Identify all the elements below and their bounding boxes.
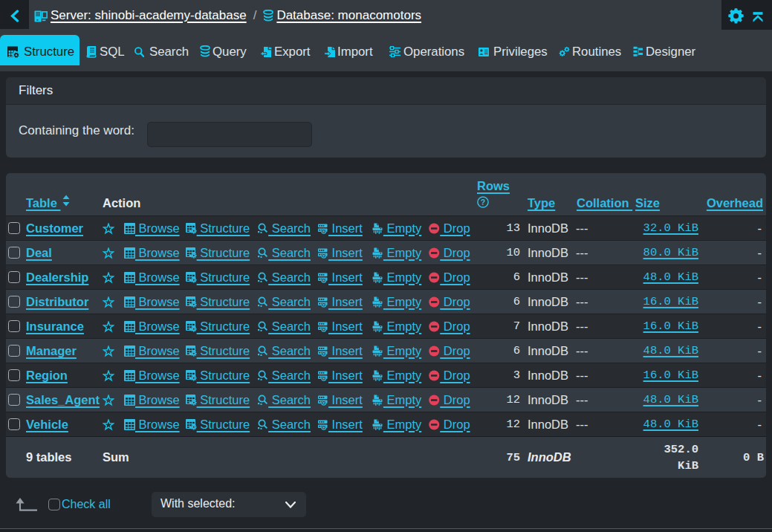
svg-text:?: ? <box>481 198 485 207</box>
